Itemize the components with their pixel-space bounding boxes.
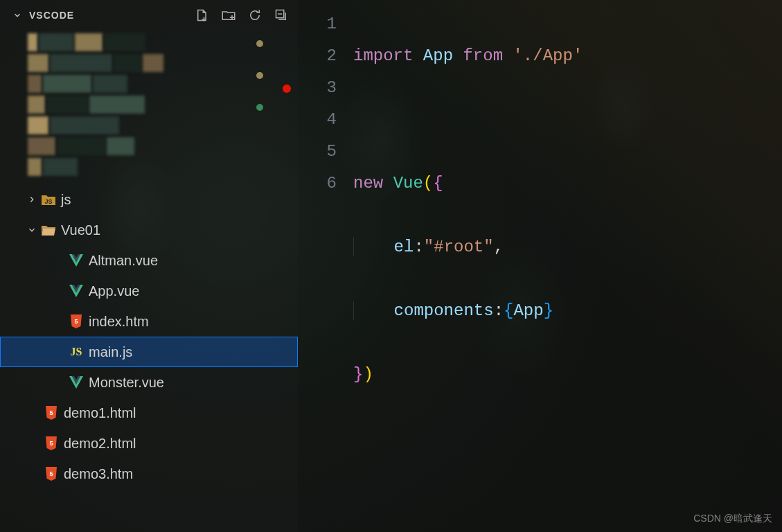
keyword-new: new bbox=[353, 174, 383, 193]
file-demo3-htm[interactable]: 5 demo3.htm bbox=[0, 459, 298, 489]
file-tree: JS js Vue01 Altman.vue bbox=[0, 179, 298, 489]
string-literal: "#root" bbox=[424, 238, 494, 256]
identifier: App bbox=[423, 46, 453, 65]
refresh-icon[interactable] bbox=[248, 8, 262, 22]
svg-text:5: 5 bbox=[74, 318, 78, 325]
file-index-htm[interactable]: 5 index.htm bbox=[0, 306, 298, 337]
js-icon: JS bbox=[66, 346, 86, 358]
file-label: demo1.html bbox=[61, 405, 136, 421]
explorer-header: VSCODE bbox=[0, 6, 298, 29]
file-demo1-html[interactable]: 5 demo1.html bbox=[0, 398, 298, 428]
string-literal: './App' bbox=[513, 46, 583, 65]
svg-text:5: 5 bbox=[49, 409, 53, 416]
file-main-js[interactable]: JS main.js bbox=[0, 337, 298, 367]
file-label: Altman.vue bbox=[86, 253, 158, 269]
file-monster-vue[interactable]: Monster.vue bbox=[0, 367, 298, 398]
keyword-import: import bbox=[353, 46, 413, 65]
svg-text:5: 5 bbox=[49, 470, 53, 477]
folder-vue01[interactable]: Vue01 bbox=[0, 215, 298, 245]
breakpoint-icon[interactable] bbox=[283, 85, 291, 93]
explorer-sidebar: VSCODE bbox=[0, 0, 298, 532]
keyword-from: from bbox=[463, 46, 503, 65]
new-folder-icon[interactable] bbox=[222, 8, 236, 22]
svg-text:JS: JS bbox=[44, 198, 52, 205]
identifier: App bbox=[513, 301, 543, 320]
line-number: 4 bbox=[298, 104, 337, 136]
svg-text:5: 5 bbox=[49, 440, 53, 447]
file-label: Monster.vue bbox=[86, 375, 164, 391]
line-number: 1 bbox=[298, 8, 337, 40]
folder-js-icon: JS bbox=[39, 193, 58, 206]
file-demo2-html[interactable]: 5 demo2.html bbox=[0, 428, 298, 459]
file-label: index.htm bbox=[86, 314, 149, 330]
file-label: demo3.htm bbox=[61, 466, 133, 482]
html-icon: 5 bbox=[42, 467, 61, 481]
vue-icon bbox=[66, 285, 86, 297]
explorer-title: VSCODE bbox=[29, 10, 188, 21]
modified-indicators bbox=[256, 40, 263, 111]
modified-dot-icon bbox=[256, 72, 263, 79]
line-number: 2 bbox=[298, 40, 337, 72]
line-number: 6 bbox=[298, 168, 337, 200]
watermark: CSDN @暗武逢天 bbox=[693, 513, 772, 525]
collapse-all-icon[interactable] bbox=[274, 8, 288, 22]
html-icon: 5 bbox=[42, 436, 61, 450]
file-label: main.js bbox=[86, 344, 132, 360]
added-dot-icon bbox=[256, 104, 263, 111]
code-editor[interactable]: 1 2 3 4 5 6 import App from './App' new … bbox=[298, 0, 782, 532]
property: components bbox=[394, 301, 494, 320]
folder-label: js bbox=[58, 192, 71, 208]
class-name: Vue bbox=[393, 174, 423, 193]
folder-label: Vue01 bbox=[58, 222, 100, 238]
folder-open-icon bbox=[39, 224, 58, 236]
line-number-gutter: 1 2 3 4 5 6 bbox=[298, 8, 353, 532]
modified-dot-icon bbox=[256, 40, 263, 47]
vue-icon bbox=[66, 376, 86, 389]
new-file-icon[interactable] bbox=[195, 8, 209, 22]
chevron-down-icon[interactable] bbox=[12, 10, 22, 20]
file-label: demo2.html bbox=[61, 436, 136, 452]
file-altman-vue[interactable]: Altman.vue bbox=[0, 245, 298, 276]
line-number: 3 bbox=[298, 72, 337, 104]
code-content[interactable]: import App from './App' new Vue({ el:"#r… bbox=[353, 8, 583, 532]
file-app-vue[interactable]: App.vue bbox=[0, 276, 298, 306]
html-icon: 5 bbox=[66, 314, 86, 328]
property: el bbox=[394, 238, 414, 256]
folder-js[interactable]: JS js bbox=[0, 184, 298, 215]
line-number: 5 bbox=[298, 136, 337, 168]
vue-icon bbox=[66, 254, 86, 267]
file-label: App.vue bbox=[86, 283, 139, 299]
html-icon: 5 bbox=[42, 406, 61, 420]
